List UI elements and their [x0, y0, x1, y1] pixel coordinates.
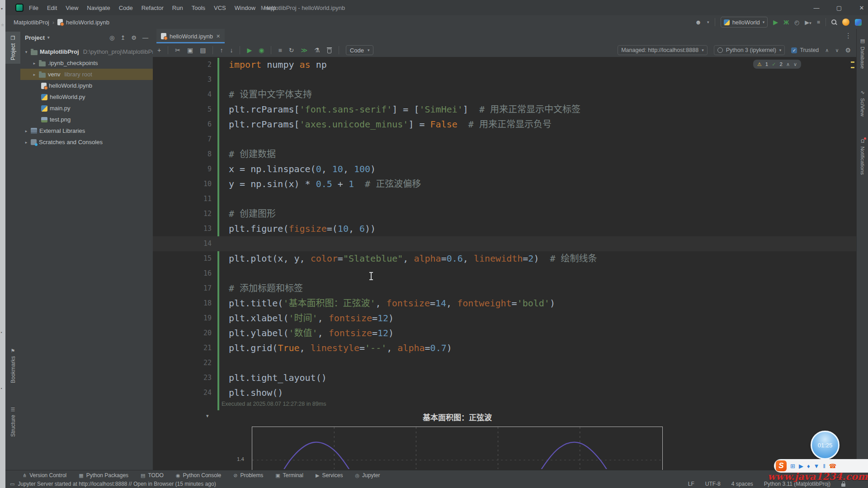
code-line-18[interactable]: 18plt.title('基本面积图：正弦波', fontsize=14, fo…: [153, 296, 856, 311]
profiler-button[interactable]: ◴: [794, 19, 799, 26]
move-cell-down-icon[interactable]: ↓: [230, 47, 233, 53]
stripe-item-project[interactable]: ❐Project: [5, 32, 20, 64]
notebook-settings-icon[interactable]: ⚙: [845, 47, 851, 53]
code-line-20[interactable]: 20plt.ylabel('数值', fontsize=12): [153, 326, 856, 341]
next-problem-icon[interactable]: ∨: [793, 61, 797, 67]
locate-icon[interactable]: ◎: [109, 34, 114, 41]
plugin-teal-icon[interactable]: [855, 19, 862, 26]
menu-code[interactable]: Code: [119, 5, 133, 11]
code-line-23[interactable]: 23plt.tight_layout(): [153, 371, 856, 385]
restart-kernel-icon[interactable]: ↻: [289, 47, 294, 53]
run-cell-icon[interactable]: ▶: [247, 47, 252, 53]
tree-item-main-py[interactable]: main.py: [20, 103, 153, 114]
toolwindow-python-console[interactable]: ◉Python Console: [176, 472, 221, 479]
chevron-right-icon[interactable]: ▸: [24, 129, 28, 133]
tab-helloworld-ipynb[interactable]: helloWorld.ipynb ✕: [156, 29, 225, 43]
stripe-item-bookmarks[interactable]: ⚑Bookmarks: [5, 345, 20, 386]
cut-cell-icon[interactable]: ✂: [175, 47, 180, 53]
stop-button[interactable]: ■: [817, 19, 820, 25]
code-line-6[interactable]: 6plt.rcParams['axes.unicode_minus'] = Fa…: [153, 117, 856, 132]
indent-widget[interactable]: 4 spaces: [731, 481, 753, 487]
close-icon[interactable]: ✕: [216, 33, 220, 39]
project-view-select[interactable]: Project ▾: [25, 34, 50, 41]
toolwindow-todo[interactable]: ▤TODO: [141, 472, 164, 479]
error-stripe-mark[interactable]: [851, 61, 854, 63]
toolwindow-python-packages[interactable]: ▦Python Packages: [79, 472, 128, 479]
code-line-3[interactable]: 3: [153, 72, 856, 87]
menu-navigate[interactable]: Navigate: [87, 5, 110, 11]
hide-icon[interactable]: —: [142, 34, 148, 41]
cell-type-select[interactable]: Code▾: [346, 45, 374, 55]
stripe-item-database[interactable]: ▤Database: [857, 35, 868, 71]
code-line-24[interactable]: 24plt.show(): [153, 385, 856, 400]
code-line-14[interactable]: 14: [153, 236, 856, 251]
code-with-me-icon[interactable]: ☻: [695, 19, 702, 26]
code-line-12[interactable]: 12# 创建图形: [153, 206, 856, 221]
encoding-widget[interactable]: UTF-8: [705, 481, 721, 487]
menu-view[interactable]: View: [66, 5, 78, 11]
run-configuration-select[interactable]: helloWorld ▾: [721, 17, 768, 28]
code-line-16[interactable]: 16: [153, 266, 856, 281]
run-button[interactable]: ▶: [773, 19, 778, 26]
code-line-22[interactable]: 22: [153, 356, 856, 371]
menu-run[interactable]: Run: [172, 5, 183, 11]
jupyter-server-select[interactable]: Managed: http://localhost:8888 ▾: [618, 45, 708, 55]
menu-edit[interactable]: Edit: [47, 5, 57, 11]
toolwindow-terminal[interactable]: ▣Terminal: [275, 472, 303, 479]
menu-file[interactable]: File: [29, 5, 38, 11]
code-line-5[interactable]: 5plt.rcParams['font.sans-serif'] = ['Sim…: [153, 102, 856, 117]
code-line-4[interactable]: 4# 设置中文字体支持: [153, 87, 856, 102]
code-line-2[interactable]: 2import numpy as np: [153, 57, 856, 72]
error-stripe-mark[interactable]: [851, 67, 854, 68]
tree-item-test-png[interactable]: test.png: [20, 114, 153, 125]
code-line-10[interactable]: 10y = np.sin(x) * 0.5 + 1 # 正弦波偏移: [153, 177, 856, 192]
clear-outputs-icon[interactable]: ⚗: [314, 47, 320, 53]
code-line-9[interactable]: 9x = np.linspace(0, 10, 100): [153, 162, 856, 177]
tree-item-matplotlibproj[interactable]: ▾MatplotlibProjD:\python_proj\Matplotlib…: [20, 46, 153, 57]
toolwindow-problems[interactable]: ⊘Problems: [233, 472, 263, 479]
line-ending-widget[interactable]: LF: [688, 481, 694, 487]
chevron-down-icon[interactable]: ▾: [24, 50, 28, 54]
collapse-all-icon[interactable]: ↥: [120, 34, 125, 41]
code-line-13[interactable]: 13plt.figure(figsize=(10, 6)): [153, 221, 856, 236]
toolwindow-version-control[interactable]: ⋔Version Control: [23, 472, 66, 479]
chevron-right-icon[interactable]: ▸: [32, 61, 37, 66]
add-cell-icon[interactable]: +: [157, 47, 161, 53]
chevron-down-icon[interactable]: ▾: [707, 20, 709, 24]
tree-item-external-libraries[interactable]: ▸External Libraries: [20, 125, 153, 136]
menu-tools[interactable]: Tools: [192, 5, 205, 11]
code-line-21[interactable]: 21plt.grid(True, linestyle='--', alpha=0…: [153, 341, 856, 356]
close-icon[interactable]: ✕: [857, 5, 866, 11]
notebook-editor[interactable]: 2import numpy as np34# 设置中文字体支持5plt.rcPa…: [153, 57, 856, 470]
run-with-coverage-button[interactable]: ▶▾: [805, 19, 811, 26]
breadcrumb-project[interactable]: MatplotlibProj: [14, 19, 49, 26]
menu-vcs[interactable]: VCS: [214, 5, 226, 11]
tree-item-scratches-and-consoles[interactable]: ▸Scratches and Consoles: [20, 136, 153, 148]
stripe-item-sciview[interactable]: ∿SciView: [857, 87, 868, 119]
trusted-checkbox[interactable]: ✓ Trusted: [791, 47, 819, 53]
run-all-below-icon[interactable]: ≫: [301, 47, 308, 53]
maximize-icon[interactable]: ▢: [835, 5, 844, 11]
code-line-8[interactable]: 8# 创建数据: [153, 147, 856, 162]
delete-cell-icon[interactable]: [327, 47, 332, 53]
chevron-right-icon[interactable]: ▸: [32, 72, 37, 77]
search-everywhere-icon[interactable]: [831, 19, 837, 25]
breadcrumb-file[interactable]: helloWorld.ipynb: [66, 19, 109, 26]
output-collapse-icon[interactable]: ▾: [206, 413, 209, 419]
code-line-15[interactable]: 15plt.plot(x, y, color="Slateblue", alph…: [153, 251, 856, 266]
settings-icon[interactable]: ⚙: [131, 34, 137, 41]
tab-options-icon[interactable]: ⋮: [845, 32, 852, 40]
stripe-item-notifications[interactable]: ΩNotifications: [857, 136, 868, 178]
move-cell-up-icon[interactable]: ↑: [220, 47, 223, 53]
tree-item-helloworld-ipynb[interactable]: helloWorld.ipynb: [20, 80, 153, 91]
run-all-icon[interactable]: ◉: [259, 47, 264, 53]
code-line-19[interactable]: 19plt.xlabel('时间', fontsize=12): [153, 311, 856, 326]
minimize-icon[interactable]: —: [812, 5, 821, 11]
kernel-select[interactable]: Python 3 (ipykernel) ▾: [714, 45, 785, 55]
plugin-orange-icon[interactable]: [842, 19, 849, 26]
stripe-item-structure[interactable]: ☰Structure: [5, 404, 20, 440]
recording-timer-widget[interactable]: 01:25: [811, 431, 840, 460]
copy-cell-icon[interactable]: ▣: [187, 47, 193, 53]
lock-icon[interactable]: [841, 483, 845, 487]
prev-problem-icon[interactable]: ∧: [786, 61, 790, 67]
